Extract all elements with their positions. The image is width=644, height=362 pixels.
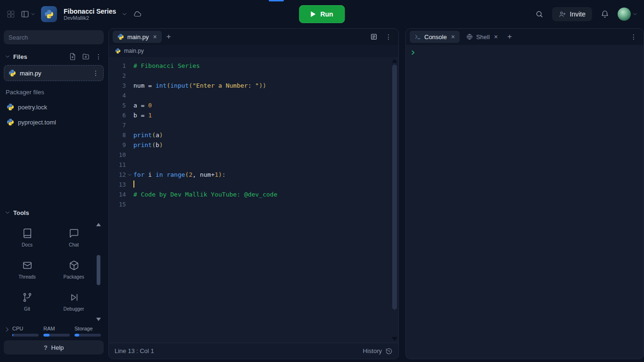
code-line[interactable]: 7 <box>109 120 398 130</box>
breadcrumb-file[interactable]: main.py <box>124 48 144 54</box>
scroll-up-icon[interactable] <box>392 59 397 63</box>
line-number: 12 <box>109 170 126 180</box>
invite-label: Invite <box>570 10 586 18</box>
line-number: 6 <box>109 110 126 120</box>
tab-shell[interactable]: Shell× <box>462 31 503 43</box>
code-line-text: for i in range(2, num+1): <box>133 170 226 180</box>
account-menu[interactable] <box>618 8 637 21</box>
apps-icon[interactable] <box>7 10 15 18</box>
editor-scrollbar[interactable] <box>392 58 397 342</box>
chevron-down-icon[interactable] <box>122 11 127 17</box>
search-icon[interactable] <box>535 10 544 18</box>
scroll-up-icon[interactable] <box>96 223 101 226</box>
code-line[interactable]: 2 <box>109 71 398 81</box>
code-line[interactable]: 8print(a) <box>109 130 398 140</box>
code-line[interactable]: 15 <box>109 199 398 209</box>
scrollbar-thumb[interactable] <box>97 255 100 285</box>
scroll-down-icon[interactable] <box>96 318 101 321</box>
cloud-status-icon[interactable] <box>133 10 141 18</box>
history-button[interactable]: History <box>363 347 393 355</box>
tab-progress-indicator <box>269 0 284 1</box>
fold-chevron-icon[interactable] <box>126 170 133 180</box>
invite-button[interactable]: Invite <box>552 7 592 21</box>
chevron-right-icon[interactable] <box>4 326 10 333</box>
file-item[interactable]: pyproject.toml <box>4 115 104 130</box>
code-line[interactable]: 14# Code by Dev Mallik YouTube: @dev_cod… <box>109 189 398 199</box>
code-line[interactable]: 11 <box>109 160 398 170</box>
scroll-down-icon[interactable] <box>392 337 397 341</box>
scrollbar-thumb[interactable] <box>392 65 397 310</box>
fold-gutter <box>126 199 133 209</box>
packager-list: poetry.lockpyproject.toml <box>4 99 104 130</box>
console-output[interactable] <box>406 45 644 359</box>
line-number: 7 <box>109 120 126 130</box>
files-header-label: Files <box>13 53 27 60</box>
new-file-icon[interactable] <box>69 53 76 60</box>
tool-packages[interactable]: Packages <box>50 254 97 285</box>
person-plus-icon <box>559 10 566 18</box>
fold-gutter <box>126 150 133 160</box>
text-cursor <box>133 181 134 188</box>
fold-gutter <box>126 100 133 110</box>
meter-cpu: CPU <box>12 326 43 337</box>
kebab-icon[interactable]: ⋮ <box>385 33 392 40</box>
close-icon[interactable]: × <box>451 33 455 41</box>
chevron-down-icon[interactable] <box>5 210 10 215</box>
code-line-text: # Fibonacci Series <box>133 61 200 71</box>
search-input[interactable] <box>4 30 104 44</box>
project-avatar[interactable] <box>41 6 57 22</box>
meter-bar <box>74 334 101 337</box>
code-line[interactable]: 12for i in range(2, num+1): <box>109 170 398 180</box>
code-line[interactable]: 1# Fibonacci Series <box>109 61 398 71</box>
new-tab-button[interactable]: + <box>166 32 171 41</box>
meter-label: CPU <box>12 326 43 331</box>
line-number: 4 <box>109 90 126 100</box>
close-icon[interactable]: × <box>153 33 157 41</box>
help-button[interactable]: ? Help <box>4 340 104 354</box>
kebab-icon[interactable]: ⋮ <box>95 53 102 60</box>
code-line[interactable]: 9print(b) <box>109 140 398 150</box>
editor-tabbar: main.py × + ⋮ <box>109 29 398 45</box>
workspace-switcher[interactable] <box>21 10 35 18</box>
tool-chat[interactable]: Chat <box>50 222 97 253</box>
new-tab-button[interactable]: + <box>507 32 512 41</box>
file-item[interactable]: poetry.lock <box>4 99 104 115</box>
tab-mainpy[interactable]: main.py × <box>113 31 162 43</box>
code-line[interactable]: 3num = int(input("Enter a Number: ")) <box>109 81 398 90</box>
line-number: 8 <box>109 130 126 140</box>
tools-grid: DocsChatThreadsPackagesGitDebugger <box>4 222 97 317</box>
code-line[interactable]: 10 <box>109 150 398 160</box>
tools-scrollbar[interactable] <box>96 223 101 321</box>
kebab-icon[interactable]: ⋮ <box>92 70 99 76</box>
tool-label: Packages <box>64 274 84 280</box>
packages-icon <box>69 260 79 271</box>
file-name: main.py <box>20 70 41 77</box>
docs-icon <box>22 228 33 239</box>
tool-docs[interactable]: Docs <box>4 222 50 253</box>
file-item-mainpy[interactable]: main.py ⋮ <box>4 65 104 81</box>
code-line[interactable]: 5a = 0 <box>109 100 398 110</box>
tool-debugger[interactable]: Debugger <box>50 286 97 317</box>
bell-icon[interactable] <box>601 10 609 18</box>
code-editor[interactable]: 1# Fibonacci Series23num = int(input("En… <box>109 57 398 343</box>
meter-bar <box>43 334 70 337</box>
python-icon <box>115 48 121 54</box>
line-number: 14 <box>109 189 126 199</box>
kebab-icon[interactable]: ⋮ <box>630 33 637 40</box>
close-icon[interactable]: × <box>494 33 498 41</box>
new-folder-icon[interactable] <box>82 53 90 60</box>
tab-console[interactable]: Console× <box>410 31 460 43</box>
code-lines: 1# Fibonacci Series23num = int(input("En… <box>109 61 398 209</box>
file-outline-icon[interactable] <box>370 33 378 41</box>
line-number: 5 <box>109 100 126 110</box>
line-number: 11 <box>109 160 126 170</box>
run-button[interactable]: Run <box>299 5 345 23</box>
editor-statusbar: Line 13 : Col 1 History <box>109 343 398 359</box>
tool-threads[interactable]: Threads <box>4 254 50 285</box>
tool-git[interactable]: Git <box>4 286 50 317</box>
code-line[interactable]: 13 <box>109 180 398 189</box>
code-line[interactable]: 6b = 1 <box>109 110 398 120</box>
git-icon <box>22 292 33 303</box>
chevron-down-icon[interactable] <box>5 54 10 59</box>
code-line[interactable]: 4 <box>109 90 398 100</box>
